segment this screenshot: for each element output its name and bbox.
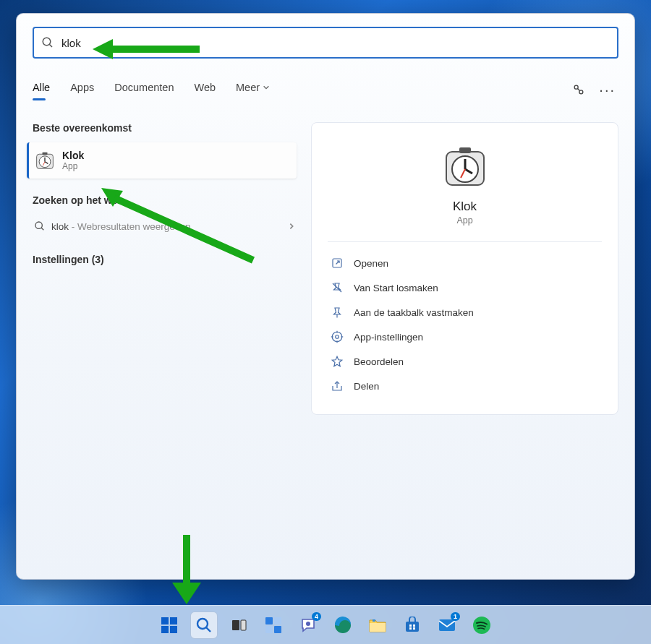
edge-icon xyxy=(333,616,352,635)
svg-rect-14 xyxy=(459,147,471,153)
best-match-item[interactable]: Klok App xyxy=(27,142,297,179)
divider xyxy=(328,241,602,242)
svg-point-22 xyxy=(336,335,339,339)
action-pin-taskbar[interactable]: Aan de taakbalk vastmaken xyxy=(328,300,602,325)
svg-rect-47 xyxy=(274,626,281,633)
taskbar-start-button[interactable] xyxy=(156,611,183,639)
action-label: Van Start losmaken xyxy=(354,283,438,293)
gear-icon xyxy=(331,330,344,343)
svg-rect-51 xyxy=(373,619,375,622)
result-preview-pane: Klok App Openen Van Start losmaken xyxy=(311,122,618,415)
search-icon xyxy=(41,36,54,49)
svg-rect-31 xyxy=(113,46,200,53)
store-icon xyxy=(404,617,421,634)
svg-line-1 xyxy=(49,44,52,47)
annotation-arrow xyxy=(93,35,208,64)
section-best-match: Beste overeenkomst xyxy=(33,122,297,134)
svg-line-4 xyxy=(578,89,580,91)
task-view-icon xyxy=(230,617,247,634)
taskbar-mail-button[interactable]: 1 xyxy=(433,611,461,639)
search-scope-icon[interactable] xyxy=(571,82,586,97)
annotation-arrow xyxy=(101,188,260,267)
search-tabs-row: Alle Apps Documenten Web Meer ··· xyxy=(33,77,618,102)
tab-more[interactable]: Meer xyxy=(236,82,270,98)
windows-logo-icon xyxy=(160,616,179,635)
spotify-icon xyxy=(472,616,491,635)
start-search-panel: Alle Apps Documenten Web Meer ··· Beste … xyxy=(16,13,635,580)
pin-icon xyxy=(331,306,344,319)
web-result-term: klok xyxy=(51,221,69,232)
taskbar-edge-button[interactable] xyxy=(329,611,357,639)
preview-subtitle: App xyxy=(456,215,472,226)
action-label: App-instellingen xyxy=(354,332,423,343)
svg-rect-46 xyxy=(265,626,273,633)
action-label: Beoordelen xyxy=(354,356,404,367)
svg-marker-34 xyxy=(172,583,201,604)
svg-point-23 xyxy=(332,332,342,342)
taskbar-explorer-button[interactable] xyxy=(364,611,391,639)
svg-rect-52 xyxy=(406,622,419,632)
taskbar-widgets-button[interactable] xyxy=(260,611,287,639)
action-label: Delen xyxy=(354,381,379,392)
svg-rect-38 xyxy=(161,626,169,633)
tab-web[interactable]: Web xyxy=(194,82,216,98)
action-open[interactable]: Openen xyxy=(328,251,602,275)
tab-more-label: Meer xyxy=(236,82,260,93)
chat-badge: 4 xyxy=(312,612,321,621)
svg-point-3 xyxy=(579,90,583,94)
svg-rect-54 xyxy=(413,624,415,627)
svg-rect-43 xyxy=(241,620,246,630)
unpin-icon xyxy=(331,281,344,294)
svg-point-0 xyxy=(43,38,51,46)
svg-rect-39 xyxy=(170,626,177,633)
annotation-arrow xyxy=(158,535,216,604)
svg-rect-50 xyxy=(370,623,386,632)
action-app-settings[interactable]: App-instellingen xyxy=(328,325,602,349)
action-review[interactable]: Beoordelen xyxy=(328,349,602,374)
tab-all[interactable]: Alle xyxy=(33,82,50,98)
svg-rect-45 xyxy=(274,617,281,624)
svg-line-33 xyxy=(114,198,253,260)
taskbar-search-button[interactable] xyxy=(190,611,218,639)
action-label: Openen xyxy=(354,258,388,269)
preview-title: Klok xyxy=(453,199,477,214)
action-unpin-start[interactable]: Van Start losmaken xyxy=(328,275,602,300)
taskbar-taskview-button[interactable] xyxy=(225,611,252,639)
folder-icon xyxy=(368,617,387,633)
clock-app-icon xyxy=(442,143,488,189)
svg-marker-30 xyxy=(93,39,113,59)
action-share[interactable]: Delen xyxy=(328,374,602,398)
tab-apps[interactable]: Apps xyxy=(70,82,94,98)
svg-rect-36 xyxy=(161,617,169,624)
action-label: Aan de taakbalk vastmaken xyxy=(354,307,474,318)
svg-rect-53 xyxy=(409,624,412,627)
svg-rect-44 xyxy=(265,617,273,624)
svg-point-40 xyxy=(197,619,208,629)
svg-point-11 xyxy=(35,222,42,228)
svg-point-2 xyxy=(574,85,578,89)
chevron-down-icon xyxy=(263,84,270,91)
share-icon xyxy=(331,379,344,392)
svg-rect-37 xyxy=(170,617,177,624)
svg-line-41 xyxy=(206,627,210,632)
star-icon xyxy=(331,355,344,368)
svg-rect-56 xyxy=(413,627,415,630)
svg-rect-55 xyxy=(409,627,412,630)
best-match-title: Klok xyxy=(62,150,84,161)
svg-marker-28 xyxy=(332,356,342,366)
tab-documents[interactable]: Documenten xyxy=(114,82,174,98)
search-icon xyxy=(34,220,46,232)
svg-rect-6 xyxy=(43,153,48,155)
results-left-column: Beste overeenkomst Klok App Zoeken op he… xyxy=(33,122,297,415)
svg-rect-57 xyxy=(439,619,455,631)
more-options-icon[interactable]: ··· xyxy=(599,82,616,97)
clock-app-icon xyxy=(35,150,55,171)
open-icon xyxy=(331,257,344,270)
taskbar-chat-button[interactable]: 4 xyxy=(294,611,322,639)
mail-badge: 1 xyxy=(451,612,460,621)
taskbar-spotify-button[interactable] xyxy=(468,611,495,639)
chevron-right-icon xyxy=(288,223,295,230)
taskbar-store-button[interactable] xyxy=(399,611,426,639)
search-icon xyxy=(195,617,213,634)
svg-line-12 xyxy=(41,228,43,230)
